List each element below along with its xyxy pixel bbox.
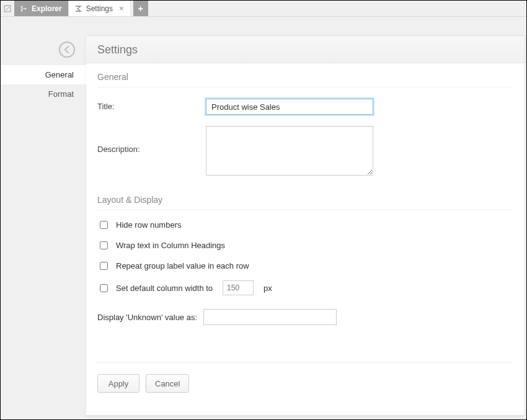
panel-toggle-icon[interactable] [1,1,14,16]
section-heading-general: General [97,72,513,87]
input-title[interactable] [206,99,373,115]
checkbox-wrap-text[interactable] [100,241,108,249]
label-title: Title: [97,99,206,111]
checkbox-default-width[interactable] [100,284,108,292]
input-unknown-value[interactable] [203,309,337,325]
apply-button[interactable]: Apply [97,374,140,393]
tab-explorer-label: Explorer [32,4,62,13]
tab-explorer[interactable]: Explorer [14,1,69,16]
input-default-width[interactable] [223,280,254,295]
cancel-button[interactable]: Cancel [146,374,189,393]
tab-settings-label: Settings [86,4,113,13]
main-area: Settings General Title: Description: [86,17,526,419]
tab-bar: Explorer Settings × + [1,1,526,17]
row-unknown-value: Display 'Unknown' value as: [97,309,513,325]
row-repeat-group: Repeat group label value in each row [97,260,513,272]
label-hide-row-numbers: Hide row numbers [116,220,182,230]
sidebar-item-general[interactable]: General [1,65,86,84]
tab-settings[interactable]: Settings × [69,1,131,16]
input-description[interactable] [206,126,373,176]
tree-icon [19,4,28,13]
back-button[interactable] [59,42,75,58]
panel-title: Settings [86,36,525,63]
close-icon[interactable]: × [119,4,124,12]
label-default-width-prefix: Set default column width to [116,284,213,293]
sidebar-item-format[interactable]: Format [1,84,86,104]
row-default-width: Set default column width to px [97,280,513,295]
row-description: Description: [97,126,513,177]
tab-add-button[interactable]: + [133,1,148,16]
panel-body: General Title: Description: [86,63,525,415]
chevron-left-icon [63,46,71,53]
settings-sidebar: General Format [1,17,86,419]
label-description: Description: [97,126,206,154]
settings-panel: Settings General Title: Description: [86,35,525,416]
row-title: Title: [97,99,513,115]
label-repeat-group: Repeat group label value in each row [116,261,249,270]
label-wrap-text: Wrap text in Column Headings [116,241,225,250]
row-hide-row-numbers: Hide row numbers [97,219,513,231]
label-unknown-value: Display 'Unknown' value as: [97,313,197,322]
svg-point-3 [25,7,27,9]
app-window: Explorer Settings × + General Format Set… [0,0,527,420]
row-wrap-text: Wrap text in Column Headings [97,239,513,251]
section-heading-layout: Layout & Display [97,195,513,210]
sigma-icon [74,4,82,13]
panel-footer: Apply Cancel [97,363,513,404]
checkbox-repeat-group[interactable] [100,262,108,270]
label-default-width-suffix: px [264,284,272,293]
checkbox-hide-row-numbers[interactable] [100,221,108,229]
